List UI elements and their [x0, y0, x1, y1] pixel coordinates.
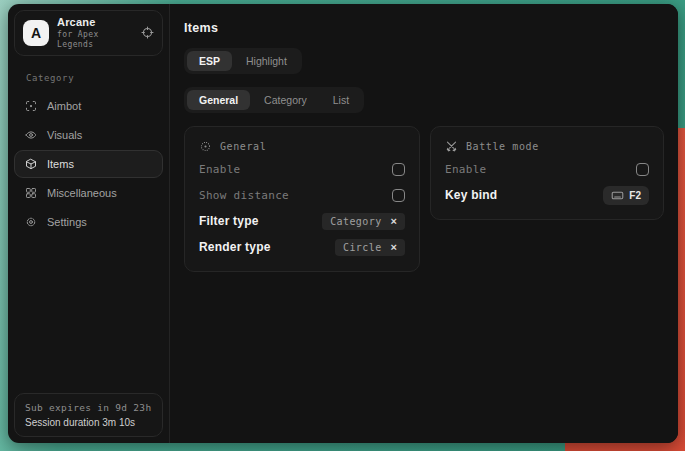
- render-type-tag[interactable]: Circle ×: [335, 239, 405, 256]
- show-distance-checkbox[interactable]: [392, 189, 405, 202]
- sub-expiry-text: Sub expires in 9d 23h: [25, 402, 152, 413]
- sidebar-item-miscellaneous[interactable]: Miscellaneous: [14, 179, 163, 207]
- filter-type-value: Category: [330, 216, 381, 227]
- sidebar-item-label: Aimbot: [47, 100, 81, 112]
- setting-label: Enable: [199, 163, 241, 176]
- category-section-label: Category: [26, 73, 163, 83]
- battle-mode-panel: Battle mode Enable Key bind F2: [430, 126, 664, 220]
- tab-general[interactable]: General: [187, 90, 250, 110]
- sidebar-item-label: Items: [47, 158, 74, 170]
- keyboard-icon: [611, 189, 624, 202]
- grid-icon: [25, 187, 37, 199]
- setting-label: Key bind: [445, 188, 497, 202]
- target-icon[interactable]: [141, 26, 154, 39]
- render-type-value: Circle: [343, 242, 382, 253]
- general-panel-header: General: [199, 135, 405, 156]
- setting-row-render-type: Render type Circle ×: [199, 234, 405, 260]
- setting-label: Enable: [445, 163, 487, 176]
- battle-enable-checkbox[interactable]: [636, 163, 649, 176]
- key-bind-value: F2: [629, 190, 641, 201]
- setting-row-enable: Enable: [199, 156, 405, 182]
- tab-esp[interactable]: ESP: [187, 51, 232, 71]
- sidebar-item-label: Settings: [47, 216, 87, 228]
- view-tabs: General Category List: [184, 87, 364, 113]
- setting-label: Filter type: [199, 214, 259, 228]
- close-icon[interactable]: ×: [391, 242, 397, 253]
- app-brand-text: Arcane for Apex Legends: [57, 16, 133, 50]
- sidebar-item-label: Miscellaneous: [47, 187, 117, 199]
- setting-row-show-distance: Show distance: [199, 182, 405, 208]
- setting-label: Show distance: [199, 189, 289, 202]
- sidebar-item-label: Visuals: [47, 129, 82, 141]
- sidebar-item-aimbot[interactable]: Aimbot: [14, 92, 163, 120]
- filter-type-tag[interactable]: Category ×: [322, 213, 405, 230]
- subscription-info-box: Sub expires in 9d 23h Session duration 3…: [14, 393, 163, 437]
- app-subtitle: for Apex Legends: [57, 30, 133, 50]
- sun-dots-icon: [199, 140, 212, 153]
- sidebar-spacer: [14, 236, 163, 393]
- sidebar-item-visuals[interactable]: Visuals: [14, 121, 163, 149]
- app-brand-card: A Arcane for Apex Legends: [14, 10, 163, 56]
- setting-row-key-bind: Key bind F2: [445, 182, 649, 208]
- battle-mode-panel-title: Battle mode: [466, 141, 539, 152]
- gear-icon: [25, 216, 37, 228]
- panels-row: General Enable Show distance Filter type…: [184, 126, 664, 272]
- app-name: Arcane: [57, 16, 133, 30]
- setting-label: Render type: [199, 240, 271, 254]
- general-panel: General Enable Show distance Filter type…: [184, 126, 420, 272]
- tab-list[interactable]: List: [321, 90, 361, 110]
- crossed-swords-icon: [445, 140, 458, 153]
- tab-category[interactable]: Category: [252, 90, 319, 110]
- box-icon: [25, 158, 37, 170]
- general-panel-title: General: [220, 141, 266, 152]
- page-title: Items: [184, 21, 664, 35]
- app-logo: A: [23, 20, 49, 46]
- sidebar: A Arcane for Apex Legends Category Aimbo…: [8, 4, 169, 443]
- mode-tabs: ESP Highlight: [184, 48, 302, 74]
- close-icon[interactable]: ×: [391, 216, 397, 227]
- enable-checkbox[interactable]: [392, 163, 405, 176]
- sidebar-item-items[interactable]: Items: [14, 150, 163, 178]
- setting-row-filter-type: Filter type Category ×: [199, 208, 405, 234]
- battle-mode-panel-header: Battle mode: [445, 135, 649, 156]
- session-duration-text: Session duration 3m 10s: [25, 417, 152, 428]
- sidebar-nav: Aimbot Visuals Items Miscellaneous: [14, 92, 163, 236]
- eye-icon: [25, 129, 37, 141]
- tab-highlight[interactable]: Highlight: [234, 51, 299, 71]
- aimbot-crosshair-icon: [25, 100, 37, 112]
- setting-row-battle-enable: Enable: [445, 156, 649, 182]
- sidebar-item-settings[interactable]: Settings: [14, 208, 163, 236]
- app-window: A Arcane for Apex Legends Category Aimbo…: [8, 4, 678, 443]
- key-bind-button[interactable]: F2: [603, 186, 649, 205]
- main-content: Items ESP Highlight General Category Lis…: [170, 4, 678, 443]
